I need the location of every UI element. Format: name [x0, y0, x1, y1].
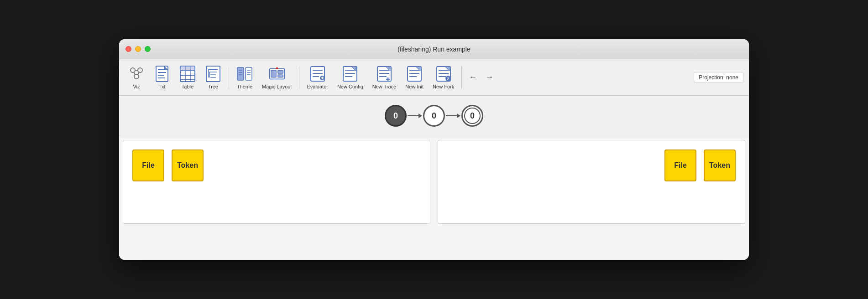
svg-rect-27	[246, 67, 252, 80]
main-content: 0 0	[119, 96, 749, 260]
token-token-right[interactable]: Token	[704, 150, 736, 181]
window-title: (filesharing) Run example	[397, 46, 471, 53]
viz-icon	[128, 66, 145, 82]
svg-point-1	[138, 68, 142, 72]
viz-button[interactable]: Viz	[125, 64, 148, 91]
state-node-0-filled-label: 0	[393, 111, 398, 121]
token-token-left[interactable]: Token	[172, 150, 204, 181]
tree-button[interactable]: Tree	[201, 64, 225, 91]
txt-label: Txt	[158, 84, 165, 89]
diagram-area: 0 0	[119, 96, 749, 136]
new-config-label: New Config	[337, 84, 363, 89]
new-trace-label: New Trace	[372, 84, 397, 89]
new-fork-icon: 2	[435, 66, 452, 82]
new-fork-button[interactable]: 2 New Fork	[429, 64, 458, 91]
arrow-1	[408, 111, 422, 120]
new-init-icon	[406, 66, 423, 82]
panel-right: File Token	[438, 140, 745, 224]
theme-button[interactable]: Theme	[233, 64, 256, 91]
theme-icon	[236, 66, 253, 82]
separator-3	[461, 66, 462, 89]
svg-point-0	[131, 68, 135, 72]
state-node-0-double-label: 0	[470, 111, 475, 121]
token-file-left[interactable]: File	[132, 150, 164, 181]
minimize-button[interactable]	[135, 46, 141, 52]
titlebar: (filesharing) Run example	[119, 39, 749, 59]
magic-layout-button[interactable]: Magic Layout	[258, 64, 295, 91]
panel-left: File Token	[123, 140, 430, 224]
viz-label: Viz	[133, 84, 140, 89]
panels-row: File Token File Token	[119, 136, 749, 227]
tree-label: Tree	[208, 84, 218, 89]
svg-line-4	[134, 72, 135, 75]
svg-rect-36	[278, 70, 283, 73]
new-config-icon	[342, 66, 358, 82]
theme-label: Theme	[237, 84, 252, 89]
traffic-lights	[125, 46, 151, 52]
token-token-right-label: Token	[709, 161, 730, 170]
toolbar: Viz Txt	[119, 59, 749, 96]
separator-2	[299, 66, 299, 89]
svg-rect-18	[180, 66, 195, 71]
svg-marker-71	[418, 113, 422, 118]
table-button[interactable]: Table	[176, 64, 199, 91]
maximize-button[interactable]	[145, 46, 151, 52]
state-machine: 0 0	[385, 105, 483, 127]
close-button[interactable]	[125, 46, 131, 52]
magic-layout-icon	[269, 66, 285, 82]
new-trace-icon	[376, 66, 392, 82]
evaluator-label: Evaluator	[307, 84, 328, 89]
state-node-0-double[interactable]: 0	[461, 105, 483, 127]
arrow-2	[446, 111, 460, 120]
new-fork-label: New Fork	[433, 84, 454, 89]
svg-text:2: 2	[447, 77, 449, 81]
txt-button[interactable]: Txt	[150, 64, 174, 91]
token-token-left-label: Token	[177, 161, 198, 170]
token-file-right-label: File	[674, 161, 687, 170]
evaluator-icon	[309, 66, 326, 82]
svg-marker-38	[275, 67, 279, 69]
arrow-right-icon: →	[485, 72, 493, 82]
token-file-left-label: File	[142, 161, 155, 170]
state-node-0-outlined[interactable]: 0	[423, 105, 445, 127]
state-node-0-filled[interactable]: 0	[385, 105, 407, 127]
application-window: (filesharing) Run example Viz	[119, 39, 749, 260]
table-icon	[179, 66, 196, 82]
new-init-button[interactable]: New Init	[402, 64, 427, 91]
svg-rect-26	[237, 67, 244, 80]
projection-badge: Projection: none	[694, 72, 743, 83]
svg-marker-73	[457, 113, 460, 118]
magic-layout-label: Magic Layout	[262, 84, 292, 89]
txt-icon	[154, 66, 170, 82]
separator-1	[229, 66, 229, 89]
new-init-label: New Init	[405, 84, 424, 89]
nav-right-button[interactable]: →	[482, 71, 497, 84]
nav-left-button[interactable]: ←	[465, 71, 480, 84]
svg-point-2	[134, 74, 139, 79]
tree-icon	[205, 66, 221, 82]
table-label: Table	[182, 84, 193, 89]
token-file-right[interactable]: File	[664, 150, 696, 181]
svg-rect-35	[271, 70, 276, 77]
state-node-0-outlined-label: 0	[432, 111, 436, 121]
svg-line-5	[138, 72, 139, 75]
arrow-left-icon: ←	[469, 72, 477, 82]
new-config-button[interactable]: New Config	[334, 64, 367, 91]
new-trace-button[interactable]: New Trace	[369, 64, 400, 91]
evaluator-button[interactable]: Evaluator	[303, 64, 331, 91]
svg-rect-37	[278, 74, 283, 77]
